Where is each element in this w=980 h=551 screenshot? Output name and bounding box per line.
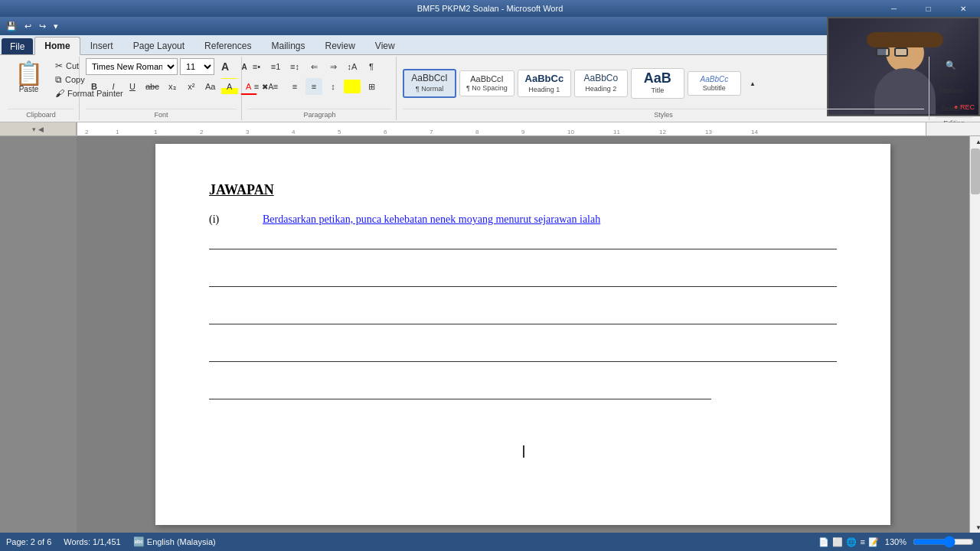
- language-label: English (Malaysia): [147, 537, 216, 546]
- tab-page-layout[interactable]: Page Layout: [123, 37, 194, 54]
- tab-mailings[interactable]: Mailings: [261, 37, 315, 54]
- left-margin: [0, 136, 77, 533]
- numbering-button[interactable]: ≡1: [267, 58, 284, 75]
- superscript-button[interactable]: x²: [183, 78, 200, 95]
- text-highlight-button[interactable]: A: [221, 78, 238, 95]
- question-label: (i): [209, 214, 232, 226]
- copy-icon: ⧉: [55, 74, 62, 85]
- answer-line-2: [209, 286, 837, 287]
- strikethrough-button[interactable]: abc: [143, 78, 162, 95]
- styles-group: AaBbCcI ¶ Normal AaBbCcI ¶ No Spacing Aa…: [398, 57, 929, 120]
- outline-icon[interactable]: ≡: [860, 537, 864, 547]
- paragraph-group-label: Paragraph: [248, 109, 391, 120]
- tab-references[interactable]: References: [194, 37, 261, 54]
- window-controls: ─ □ ✕: [877, 0, 980, 17]
- undo-quick-button[interactable]: ↩: [21, 20, 34, 33]
- language-icon: 🔤: [133, 536, 145, 547]
- tab-insert[interactable]: Insert: [80, 37, 123, 54]
- page-info: Page: 2 of 6: [6, 537, 51, 546]
- style-heading1[interactable]: AaBbCc Heading 1: [518, 70, 571, 98]
- font-size-select[interactable]: 11 12 14: [180, 58, 214, 75]
- increase-indent-button[interactable]: ⇒: [325, 58, 341, 75]
- page-container: JAWAPAN (i) Berdasarkan petikan, punca k…: [77, 136, 969, 533]
- text-cursor: [523, 445, 837, 458]
- minimize-button[interactable]: ─: [877, 0, 911, 17]
- align-center-button[interactable]: ≡: [267, 78, 284, 95]
- word-count: Words: 1/1,451: [64, 537, 120, 546]
- shading-button[interactable]: [344, 80, 361, 93]
- ruler-scale: 2 1 1 2 3 4 5 6 7 8 9 10 11 12 13 14: [77, 122, 926, 135]
- bullets-button[interactable]: ≡•: [248, 58, 265, 75]
- ribbon: 📋 Paste ✂ Cut ⧉ Copy: [0, 55, 980, 122]
- scroll-down-button[interactable]: ▼: [970, 522, 980, 533]
- style-no-spacing-label: ¶ No Spacing: [466, 84, 508, 93]
- find-icon: 🔍: [946, 60, 956, 70]
- paste-button[interactable]: 📋 Paste: [8, 58, 50, 99]
- vertical-scrollbar[interactable]: ▲ ▼: [969, 136, 980, 533]
- styles-scroll-up[interactable]: ▲: [744, 68, 761, 99]
- tab-file[interactable]: File: [2, 38, 33, 54]
- align-right-button[interactable]: ≡: [286, 78, 303, 95]
- status-bar: Page: 2 of 6 Words: 1/1,451 🔤 English (M…: [0, 533, 980, 551]
- full-screen-icon[interactable]: ⬜: [832, 537, 843, 547]
- app-title: BMF5 PKPM2 Soalan - Microsoft Word: [417, 4, 564, 13]
- scroll-thumb[interactable]: [971, 148, 980, 194]
- style-no-spacing[interactable]: AaBbCcI ¶ No Spacing: [459, 70, 514, 96]
- style-heading2[interactable]: AaBbCo Heading 2: [574, 70, 628, 96]
- print-layout-icon[interactable]: 📄: [818, 537, 829, 547]
- tab-home[interactable]: Home: [34, 37, 80, 55]
- answer-line-5: [209, 399, 711, 399]
- close-button[interactable]: ✕: [946, 0, 980, 17]
- style-normal[interactable]: AaBbCcI ¶ Normal: [403, 69, 456, 97]
- show-hide-button[interactable]: ¶: [363, 58, 380, 75]
- subscript-button[interactable]: x₂: [164, 78, 181, 95]
- sort-button[interactable]: ↕A: [344, 58, 361, 75]
- decrease-indent-button[interactable]: ⇐: [305, 58, 322, 75]
- font-grow-button[interactable]: A: [217, 58, 234, 75]
- tab-view[interactable]: View: [365, 37, 405, 54]
- replace-button[interactable]: Replace: [936, 82, 965, 99]
- select-button[interactable]: Select: [939, 100, 962, 117]
- answer-line-1: [209, 249, 837, 249]
- font-name-select[interactable]: Times New Roman: [86, 58, 178, 75]
- italic-button[interactable]: I: [105, 78, 122, 95]
- customize-quick-button[interactable]: ▾: [51, 20, 61, 33]
- border-button[interactable]: ⊞: [363, 78, 380, 95]
- document-page[interactable]: JAWAPAN (i) Berdasarkan petikan, punca k…: [155, 144, 890, 525]
- find-button[interactable]: 🔍 Find: [940, 58, 962, 80]
- underline-button[interactable]: U: [124, 78, 141, 95]
- answer-line-3: [209, 324, 837, 324]
- alignment-row: ≡ ≡ ≡ ≡ ↕ ⊞: [248, 78, 380, 95]
- align-left-button[interactable]: ≡: [248, 78, 265, 95]
- tab-review[interactable]: Review: [315, 37, 364, 54]
- maximize-button[interactable]: □: [911, 0, 946, 17]
- save-quick-button[interactable]: 💾: [3, 20, 20, 33]
- multilevel-list-button[interactable]: ≡↕: [286, 58, 303, 75]
- scroll-up-button[interactable]: ▲: [970, 136, 980, 147]
- style-title-label: Title: [638, 86, 678, 96]
- document-area: JAWAPAN (i) Berdasarkan petikan, punca k…: [0, 136, 980, 533]
- style-subtitle[interactable]: AaBbCc Subtitle: [688, 71, 741, 96]
- cut-icon: ✂: [55, 60, 63, 71]
- style-heading1-label: Heading 1: [524, 86, 564, 95]
- style-title[interactable]: AaB Title: [631, 68, 684, 98]
- title-bar: BMF5 PKPM2 Soalan - Microsoft Word ─ □ ✕: [0, 0, 980, 17]
- document-heading: JAWAPAN: [209, 182, 837, 198]
- clipboard-group: 📋 Paste ✂ Cut ⧉ Copy: [3, 57, 80, 120]
- format-painter-icon: 🖌: [55, 88, 64, 99]
- view-mode-icons: 📄 ⬜ 🌐 ≡ 📝: [818, 537, 878, 547]
- question-block: (i) Berdasarkan petikan, punca kehebatan…: [209, 214, 837, 226]
- web-layout-icon[interactable]: 🌐: [846, 537, 857, 547]
- zoom-slider[interactable]: [913, 536, 974, 548]
- style-heading1-preview: AaBbCc: [524, 73, 564, 86]
- draft-icon[interactable]: 📝: [868, 537, 879, 547]
- bold-button[interactable]: B: [86, 78, 103, 95]
- answer-lines: [209, 249, 837, 399]
- question-text: Berdasarkan petikan, punca kehebatan nen…: [263, 214, 837, 226]
- line-spacing-button[interactable]: ↕: [325, 78, 341, 95]
- justify-button[interactable]: ≡: [305, 78, 322, 95]
- font-group-label: Font: [86, 109, 237, 120]
- language-indicator: 🔤 English (Malaysia): [133, 536, 216, 547]
- redo-quick-button[interactable]: ↪: [36, 20, 49, 33]
- change-case-button[interactable]: Aa: [202, 78, 219, 95]
